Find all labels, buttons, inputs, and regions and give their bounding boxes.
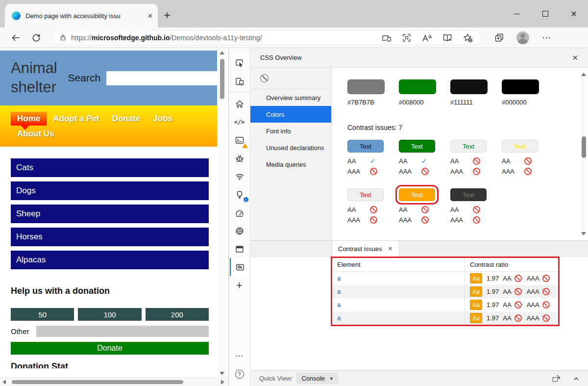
tab-close-icon[interactable]: ✕ — [147, 12, 153, 20]
category-button-cats[interactable]: Cats — [11, 158, 209, 177]
element-link[interactable]: a — [337, 301, 341, 309]
contrast-sample-button[interactable]: Text — [399, 140, 435, 153]
network-panel-icon[interactable] — [230, 167, 249, 185]
sidebar-item-colors[interactable]: Colors — [250, 106, 331, 123]
address-bar[interactable]: https://microsoftedge.github.io/Demos/de… — [52, 30, 482, 45]
contrast-sample-button[interactable]: Text — [347, 140, 384, 153]
performance-gauge-icon[interactable] — [230, 204, 249, 222]
category-button-dogs[interactable]: Dogs — [11, 181, 209, 200]
color-swatch[interactable] — [399, 79, 436, 94]
contrast-sample-button[interactable]: Text — [502, 140, 538, 153]
page-vertical-scrollbar[interactable] — [218, 49, 226, 377]
css-overview-panel-icon[interactable] — [230, 258, 249, 276]
page-horizontal-scrollbar[interactable] — [0, 377, 228, 386]
scroll-right-icon[interactable] — [221, 380, 224, 385]
device-emulation-icon[interactable] — [230, 72, 249, 90]
element-link[interactable]: a — [337, 288, 341, 295]
grade-row-aaa: AAA — [347, 216, 399, 224]
contrast-issue-row[interactable]: aAa1.97AAAAA — [332, 298, 558, 311]
memory-chip-icon[interactable] — [230, 222, 249, 240]
contrast-issue-row[interactable]: aAa1.97AAAAA — [332, 272, 558, 285]
nav-item-donate[interactable]: Donate — [106, 112, 147, 126]
collections-icon[interactable] — [494, 32, 505, 43]
other-amount-input[interactable] — [36, 326, 209, 337]
scroll-up-icon[interactable] — [581, 73, 586, 76]
color-swatch[interactable] — [450, 79, 488, 94]
contrast-issue-row[interactable]: aAa1.97AAAAA — [332, 285, 558, 298]
grade-label-aa: AA — [503, 275, 511, 282]
horizontal-scroll-thumb[interactable] — [12, 380, 183, 384]
scroll-left-icon[interactable] — [2, 380, 6, 385]
read-aloud-icon[interactable] — [421, 33, 432, 43]
grade-label-aaa: AAA — [527, 288, 539, 295]
help-icon[interactable]: ? — [230, 365, 249, 383]
content-scrollbar[interactable] — [581, 72, 587, 236]
more-tools-icon[interactable]: ⋯ — [230, 347, 249, 365]
welcome-home-icon[interactable] — [230, 95, 249, 113]
color-swatch[interactable] — [502, 79, 539, 94]
apps-grid-icon[interactable] — [402, 33, 412, 43]
browser-tab[interactable]: Demo page with accessibility issu ✕ — [5, 4, 158, 27]
back-button[interactable] — [11, 33, 21, 43]
panel-close-icon[interactable]: ✕ — [572, 53, 578, 62]
sidebar-item-font-info[interactable]: Font info — [250, 123, 331, 139]
category-button-alpacas[interactable]: Alpacas — [11, 251, 209, 269]
scroll-down-icon[interactable] — [581, 232, 586, 235]
category-button-horses[interactable]: Horses — [11, 228, 209, 246]
profile-avatar[interactable] — [516, 31, 529, 44]
nav-item-about-us[interactable]: About Us — [17, 129, 217, 139]
browser-menu-button[interactable]: ⋯ — [542, 32, 551, 43]
maximize-button[interactable] — [531, 0, 560, 27]
immersive-reader-icon[interactable] — [442, 33, 453, 43]
contrast-issues-tab[interactable]: Contrast issues ✕ — [332, 241, 399, 257]
donate-button[interactable]: Donate — [11, 342, 209, 355]
element-link[interactable]: a — [337, 275, 341, 282]
contrast-sample-button[interactable]: Text — [347, 188, 384, 201]
contrast-sample-3: TextAAAAA — [450, 140, 502, 176]
amount-button-50[interactable]: 50 — [11, 308, 74, 321]
tab-title: Demo page with accessibility issu — [25, 12, 144, 20]
debugger-bug-icon[interactable] — [230, 149, 249, 167]
content-scroll-thumb[interactable] — [582, 136, 586, 158]
screencast-icon[interactable] — [381, 33, 392, 43]
scroll-up-icon[interactable] — [220, 51, 224, 54]
grade-label-aa: AA — [503, 288, 511, 295]
elements-panel-icon[interactable]: </> — [230, 113, 249, 131]
color-swatch[interactable] — [347, 79, 385, 94]
url-text[interactable]: https://microsoftedge.github.io/Demos/de… — [71, 34, 262, 42]
contrast-sample-button[interactable]: Text — [399, 188, 435, 201]
quick-view-select[interactable]: Console ▼ — [296, 373, 339, 384]
application-panel-icon[interactable] — [230, 240, 249, 258]
nav-item-adopt-a-pet[interactable]: Adopt a Pet — [47, 112, 105, 126]
console-panel-icon[interactable] — [230, 131, 249, 149]
sidebar-item-media-queries[interactable]: Media queries — [250, 156, 331, 173]
minimize-button[interactable] — [503, 0, 531, 27]
inspect-element-icon[interactable] — [230, 54, 249, 72]
amount-button-100[interactable]: 100 — [78, 308, 141, 321]
clear-overview-icon[interactable] — [260, 74, 269, 82]
contrast-ratio-value: 1.97 — [487, 301, 499, 309]
amount-button-200[interactable]: 200 — [146, 308, 209, 321]
lock-icon[interactable] — [59, 34, 67, 41]
sidebar-item-overview-summary[interactable]: Overview summary — [250, 89, 331, 106]
contrast-issue-row[interactable]: aAa1.97AAAAA — [332, 311, 558, 325]
element-link[interactable]: a — [337, 314, 341, 322]
sidebar-item-unused-declarations[interactable]: Unused declarations — [250, 139, 331, 156]
vertical-scroll-thumb[interactable] — [220, 59, 224, 99]
new-tab-button[interactable]: + — [164, 8, 171, 23]
add-tools-icon[interactable]: + — [230, 276, 249, 294]
contrast-sample-button[interactable]: Text — [450, 188, 487, 201]
search-input[interactable] — [106, 71, 217, 85]
collapse-quick-view-icon[interactable] — [572, 375, 580, 383]
tab-close-icon[interactable]: ✕ — [388, 245, 393, 252]
hints-lightbulb-icon[interactable]: i — [230, 185, 249, 204]
contrast-sample-button[interactable]: Text — [450, 140, 487, 153]
expand-quick-view-icon[interactable] — [551, 374, 561, 383]
nav-item-jobs[interactable]: Jobs — [147, 112, 179, 126]
category-button-sheep[interactable]: Sheep — [11, 205, 209, 223]
add-favorites-icon[interactable] — [463, 33, 473, 43]
window-close-button[interactable]: ✕ — [560, 0, 588, 27]
nav-item-home[interactable]: Home — [11, 112, 47, 126]
refresh-button[interactable] — [31, 33, 41, 43]
scroll-down-icon[interactable] — [220, 372, 224, 375]
